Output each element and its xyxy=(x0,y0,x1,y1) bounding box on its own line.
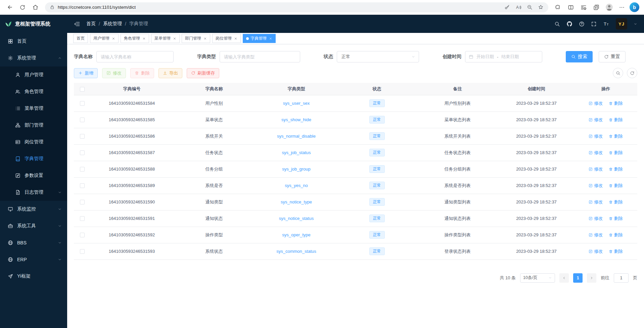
password-key-icon[interactable] xyxy=(504,4,510,10)
row-checkbox[interactable] xyxy=(80,167,85,172)
view-tab[interactable]: 字典管理 xyxy=(243,34,276,43)
row-delete-button[interactable]: 删除 xyxy=(609,150,623,156)
row-delete-button[interactable]: 删除 xyxy=(609,216,623,222)
date-start-placeholder[interactable]: 开始日期 xyxy=(476,54,494,60)
row-checkbox[interactable] xyxy=(80,118,85,122)
row-edit-button[interactable]: 修改 xyxy=(589,232,603,238)
help-icon[interactable] xyxy=(579,21,585,27)
dict-type-link[interactable]: sys_yes_no xyxy=(285,183,308,188)
tab-close-icon[interactable] xyxy=(203,37,207,40)
sidebar-item-dict-mgmt[interactable]: 字典管理 xyxy=(0,150,67,167)
toggle-search-icon[interactable] xyxy=(613,68,623,78)
tab-close-icon[interactable] xyxy=(173,37,176,40)
user-dropdown-caret-icon[interactable] xyxy=(634,22,637,26)
sidebar-item-dept-mgmt[interactable]: 部门管理 xyxy=(0,117,67,134)
row-edit-button[interactable]: 修改 xyxy=(589,216,603,222)
bing-icon[interactable]: b xyxy=(630,2,639,12)
dict-type-link[interactable]: sys_job_group xyxy=(282,167,311,172)
row-edit-button[interactable]: 修改 xyxy=(589,150,603,156)
sidebar-item-post-mgmt[interactable]: 岗位管理 xyxy=(0,134,67,150)
dict-type-link[interactable]: sys_notice_status xyxy=(279,216,314,221)
view-tab[interactable]: 用户管理 xyxy=(90,34,119,43)
view-tab[interactable]: 菜单管理 xyxy=(151,34,180,43)
refresh-table-icon[interactable] xyxy=(627,68,637,78)
header-search-icon[interactable] xyxy=(554,21,560,27)
sidebar-collapse-icon[interactable] xyxy=(74,21,80,27)
collections-icon[interactable] xyxy=(590,1,603,14)
read-aloud-icon[interactable] xyxy=(515,4,521,10)
row-delete-button[interactable]: 删除 xyxy=(609,117,623,123)
row-delete-button[interactable]: 删除 xyxy=(609,133,623,139)
user-avatar[interactable]: YJ xyxy=(616,18,627,30)
row-delete-button[interactable]: 删除 xyxy=(609,166,623,172)
tab-close-icon[interactable] xyxy=(234,37,237,40)
row-delete-button[interactable]: 删除 xyxy=(609,183,623,189)
sidebar-item-system-monitor[interactable]: 系统监控 xyxy=(0,201,67,218)
extensions-icon[interactable] xyxy=(552,1,564,14)
row-edit-button[interactable]: 修改 xyxy=(589,199,603,205)
sidebar-item-role-mgmt[interactable]: 角色管理 xyxy=(0,83,67,100)
browser-refresh-button[interactable] xyxy=(16,1,29,14)
tab-close-icon[interactable] xyxy=(269,37,272,40)
row-delete-button[interactable]: 删除 xyxy=(609,100,623,106)
sidebar-item-user-mgmt[interactable]: 用户管理 xyxy=(0,66,67,83)
view-tab[interactable]: 岗位管理 xyxy=(212,34,241,43)
edit-button[interactable]: 修改 xyxy=(102,68,126,78)
browser-back-button[interactable] xyxy=(3,1,16,14)
export-button[interactable]: 导出 xyxy=(158,68,182,78)
page-number-button[interactable]: 1 xyxy=(573,273,583,283)
sidebar-item-erp[interactable]: ERP xyxy=(0,251,67,268)
prev-page-button[interactable] xyxy=(559,273,569,283)
row-checkbox[interactable] xyxy=(80,233,85,237)
select-all-checkbox[interactable] xyxy=(80,87,85,92)
url-text[interactable]: https://ccnetcore.com:1101/system/dict xyxy=(58,5,136,10)
row-edit-button[interactable]: 修改 xyxy=(589,183,603,189)
view-tab[interactable]: 角色管理 xyxy=(121,34,149,43)
browser-home-button[interactable] xyxy=(29,1,42,14)
status-select[interactable]: 正常 xyxy=(337,51,419,62)
sidebar-item-log-mgmt[interactable]: 日志管理 xyxy=(0,184,67,201)
dict-name-input[interactable] xyxy=(96,51,174,62)
profile-avatar[interactable] xyxy=(603,1,615,14)
next-page-button[interactable] xyxy=(587,273,596,283)
dict-type-link[interactable]: sys_oper_type xyxy=(282,232,311,237)
row-checkbox[interactable] xyxy=(80,150,85,155)
font-size-icon[interactable] xyxy=(603,21,609,27)
sidebar-item-param-settings[interactable]: 参数设置 xyxy=(0,167,67,184)
row-delete-button[interactable]: 删除 xyxy=(609,232,623,238)
date-end-placeholder[interactable]: 结束日期 xyxy=(501,54,519,60)
row-checkbox[interactable] xyxy=(80,183,85,188)
sidebar-item-system-mgmt[interactable]: 系统管理 xyxy=(0,50,67,66)
row-delete-button[interactable]: 删除 xyxy=(609,248,623,254)
sidebar-item-home[interactable]: 首页 xyxy=(0,33,67,50)
refresh-cache-button[interactable]: 刷新缓存 xyxy=(187,68,219,78)
dict-type-link[interactable]: sys_job_status xyxy=(282,150,311,155)
dict-type-link[interactable]: sys_normal_disable xyxy=(277,134,316,139)
sidebar-item-menu-mgmt[interactable]: 菜单管理 xyxy=(0,100,67,117)
browser-address-bar[interactable]: https://ccnetcore.com:1101/system/dict xyxy=(45,2,548,12)
dict-type-link[interactable]: sys_notice_type xyxy=(281,199,312,204)
dict-type-link[interactable]: sys_user_sex xyxy=(283,101,310,106)
fullscreen-icon[interactable] xyxy=(591,21,597,27)
row-edit-button[interactable]: 修改 xyxy=(589,100,603,106)
row-checkbox[interactable] xyxy=(80,200,85,204)
goto-page-input[interactable] xyxy=(614,273,629,283)
row-checkbox[interactable] xyxy=(80,134,85,139)
page-size-select[interactable]: 10条/页 xyxy=(520,273,555,283)
row-checkbox[interactable] xyxy=(80,101,85,106)
dict-type-link[interactable]: sys_show_hide xyxy=(281,117,311,122)
tab-close-icon[interactable] xyxy=(142,37,146,40)
split-screen-icon[interactable] xyxy=(564,1,577,14)
favorites-bar-icon[interactable] xyxy=(577,1,590,14)
row-checkbox[interactable] xyxy=(80,216,85,221)
dict-type-link[interactable]: sys_common_status xyxy=(276,249,316,254)
row-checkbox[interactable] xyxy=(80,249,85,254)
row-delete-button[interactable]: 删除 xyxy=(609,199,623,205)
reset-button[interactable]: 重置 xyxy=(599,51,626,62)
row-edit-button[interactable]: 修改 xyxy=(589,248,603,254)
add-button[interactable]: 新增 xyxy=(74,68,98,78)
delete-button[interactable]: 删除 xyxy=(130,68,154,78)
browser-menu-icon[interactable] xyxy=(615,1,628,14)
view-tab[interactable]: 部门管理 xyxy=(182,34,210,43)
breadcrumb-item[interactable]: 系统管理 xyxy=(103,21,122,27)
